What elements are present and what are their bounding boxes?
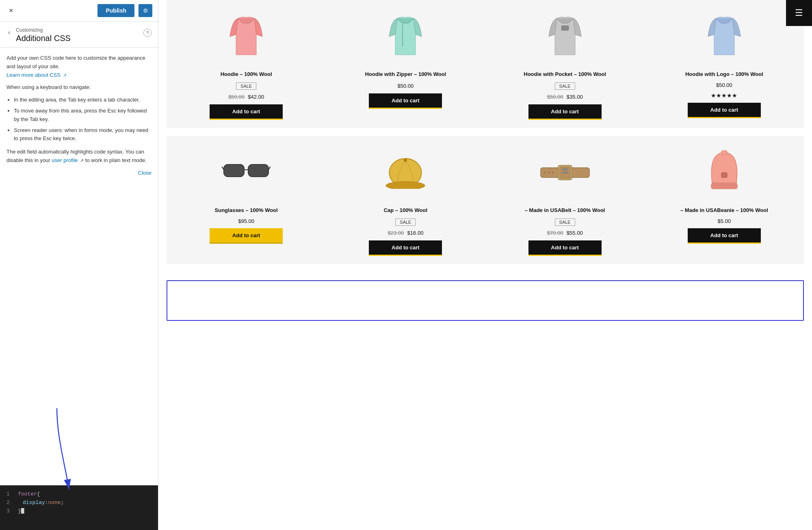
add-to-cart-hoodie-gray[interactable]: Add to cart <box>528 104 602 120</box>
external-link-icon: ↗ <box>63 73 67 78</box>
current-price-cap: $16.00 <box>407 230 424 236</box>
hoodie-gray-image <box>547 14 583 59</box>
original-price-belt: $70.00 <box>547 230 563 236</box>
current-price-belt: $55.00 <box>567 230 583 236</box>
svg-rect-17 <box>562 169 568 170</box>
customizing-title: Additional CSS <box>16 34 139 43</box>
svg-point-20 <box>548 172 550 173</box>
customizing-titles: Customizing Additional CSS <box>16 27 139 43</box>
original-price-hoodie-pink: $50.00 <box>228 94 245 100</box>
code-line-1: 1 footer{ <box>6 490 152 499</box>
footer-placeholder-box <box>167 280 804 321</box>
sale-badge-belt: SALE <box>555 218 575 226</box>
add-to-cart-hoodie-logo[interactable]: Add to cart <box>688 103 761 118</box>
svg-rect-2 <box>561 26 569 30</box>
add-to-cart-beanie[interactable]: Add to cart <box>688 228 761 244</box>
product-image-hoodie-gray <box>492 8 638 65</box>
stars-hoodie-logo: ★★★★★ <box>651 92 797 99</box>
add-to-cart-hoodie-pink[interactable]: Add to cart <box>210 104 283 120</box>
svg-point-26 <box>721 150 727 155</box>
publish-button[interactable]: Publish <box>97 4 134 17</box>
product-image-hoodie-logo <box>651 8 797 65</box>
svg-point-12 <box>386 182 425 189</box>
products-grid-row1: Hoodie – 100% Wool SALE $50.00 $42.00 Ad… <box>158 0 812 136</box>
price-area-hoodie-gray: SALE $50.00 $35.00 <box>492 82 638 100</box>
products-grid-row2: Sunglasses – 100% Wool $95.00 Add to car… <box>158 136 812 272</box>
price-hoodie-logo: $50.00 <box>651 82 797 88</box>
add-to-cart-hoodie-teal[interactable]: Add to cart <box>369 93 442 109</box>
product-title-hoodie-gray: Hoodie with Pocket – 100% Wool <box>492 71 638 78</box>
price-area-sunglasses: $95.00 <box>173 218 319 224</box>
keyboard-title: When using a keyboard to navigate: <box>6 83 152 92</box>
add-to-cart-cap[interactable]: Add to cart <box>369 240 442 256</box>
code-area[interactable]: 1 footer{ 2 display:none; 3 }█ <box>0 485 158 530</box>
svg-point-21 <box>552 172 554 173</box>
belt-image <box>539 160 591 185</box>
product-title-hoodie-pink: Hoodie – 100% Wool <box>173 71 319 78</box>
close-link[interactable]: Close <box>138 169 152 177</box>
top-bar: × Publish ⚙ <box>0 0 158 22</box>
product-card-hoodie-teal: Hoodie with Zipper – 100% Wool $50.00 Ad… <box>326 0 485 128</box>
product-title-cap: Cap – 100% Wool <box>332 207 479 214</box>
product-image-beanie <box>651 144 797 201</box>
product-image-hoodie-teal <box>332 8 479 65</box>
close-link-row: Close <box>6 169 152 177</box>
product-card-hoodie-gray: Hoodie with Pocket – 100% Wool SALE $50.… <box>485 0 645 128</box>
keyboard-tip-2: To move away from this area, press the E… <box>14 107 152 124</box>
code-line-2: 2 display:none; <box>6 499 152 507</box>
product-image-sunglasses <box>173 144 319 201</box>
original-price-hoodie-gray: $50.00 <box>547 94 563 100</box>
price-area-hoodie-logo: $50.00 ★★★★★ <box>651 82 797 99</box>
back-arrow-button[interactable]: ‹ <box>6 28 12 37</box>
svg-rect-25 <box>721 173 727 177</box>
learn-css-link[interactable]: Learn more about CSS ↗ <box>6 72 67 78</box>
sale-badge-hoodie-pink: SALE <box>236 82 256 90</box>
line-number-2: 2 <box>6 499 13 507</box>
product-card-hoodie-pink: Hoodie – 100% Wool SALE $50.00 $42.00 Ad… <box>167 0 326 128</box>
hoodie-logo-image <box>706 14 743 59</box>
add-to-cart-belt[interactable]: Add to cart <box>528 240 602 256</box>
price-area-hoodie-pink: SALE $50.00 $42.00 <box>173 82 319 100</box>
price-hoodie-teal: $50.00 <box>397 83 414 89</box>
svg-rect-18 <box>562 172 568 173</box>
code-content-1: footer{ <box>18 490 40 499</box>
product-card-hoodie-logo: Hoodie with Logo – 100% Wool $50.00 ★★★★… <box>645 0 804 128</box>
sunglasses-image <box>222 158 271 187</box>
product-card-sunglasses: Sunglasses – 100% Wool $95.00 Add to car… <box>167 136 326 264</box>
user-profile-link[interactable]: user profile <box>52 157 78 163</box>
product-title-hoodie-logo: Hoodie with Logo – 100% Wool <box>651 71 797 78</box>
left-panel: × Publish ⚙ ‹ Customizing Additional CSS… <box>0 0 158 530</box>
profile-ext-icon: ↗ <box>80 158 84 163</box>
current-price-hoodie-gray: $35.00 <box>567 94 583 100</box>
keyboard-tips-list: In the editing area, the Tab key enters … <box>6 96 152 143</box>
product-title-beanie: – Made in USABeanie – 100% Wool <box>651 207 797 214</box>
add-to-cart-sunglasses[interactable]: Add to cart <box>210 228 283 244</box>
product-image-cap <box>332 144 479 201</box>
code-content-3: }█ <box>18 507 24 516</box>
svg-rect-9 <box>249 165 268 176</box>
price-area-beanie: $5.00 <box>651 218 797 224</box>
keyboard-tip-1: In the editing area, the Tab key enters … <box>14 96 152 104</box>
help-icon[interactable]: ? <box>143 29 152 37</box>
product-image-hoodie-pink <box>173 8 319 65</box>
price-area-cap: SALE $23.00 $16.00 <box>332 218 479 236</box>
line-number-3: 3 <box>6 507 13 516</box>
current-price-hoodie-pink: $42.00 <box>248 94 264 100</box>
close-x-button[interactable]: × <box>6 5 17 17</box>
product-title-hoodie-teal: Hoodie with Zipper – 100% Wool <box>332 71 479 78</box>
svg-rect-8 <box>225 165 243 176</box>
hoodie-teal-image <box>387 14 424 59</box>
line-number-1: 1 <box>6 490 13 499</box>
sale-badge-cap: SALE <box>395 218 416 226</box>
product-title-belt: – Made in USABelt – 100% Wool <box>492 207 638 214</box>
product-card-cap: Cap – 100% Wool SALE $23.00 $16.00 Add t… <box>326 136 485 264</box>
svg-point-19 <box>544 172 546 173</box>
customizing-label: Customizing <box>16 27 139 33</box>
sale-badge-hoodie-gray: SALE <box>555 82 575 90</box>
customizing-header: ‹ Customizing Additional CSS ? <box>0 22 158 48</box>
panel-content: Add your own CSS code here to customize … <box>0 48 158 481</box>
edit-field-text: The edit field automatically highlights … <box>6 148 152 165</box>
product-image-belt <box>492 144 638 201</box>
gear-button[interactable]: ⚙ <box>139 4 152 17</box>
menu-toggle-button[interactable]: ☰ <box>786 0 812 26</box>
